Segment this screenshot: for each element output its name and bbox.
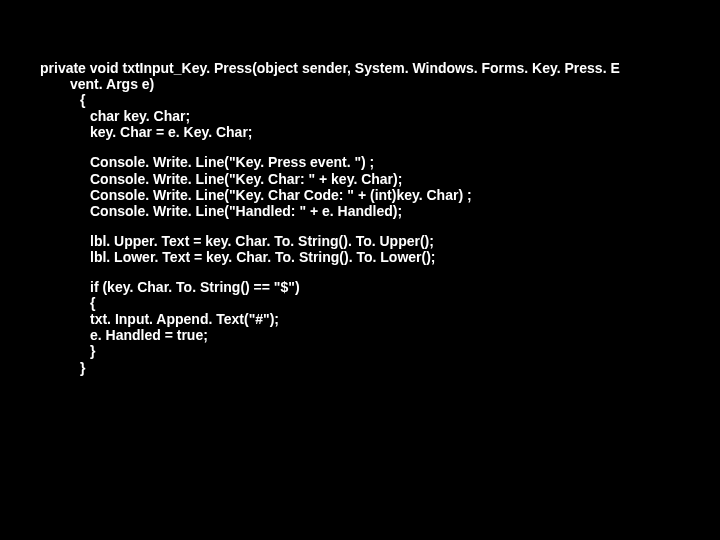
code-line: } [90, 343, 680, 359]
code-line: Console. Write. Line("Handled: " + e. Ha… [90, 203, 680, 219]
code-line: private void txtInput_Key. Press(object … [40, 60, 680, 76]
code-line: lbl. Lower. Text = key. Char. To. String… [90, 249, 680, 265]
code-line: } [80, 360, 680, 376]
code-line: key. Char = e. Key. Char; [90, 124, 680, 140]
code-line: vent. Args e) [70, 76, 680, 92]
code-line: Console. Write. Line("Key. Press event. … [90, 154, 680, 170]
code-slide: private void txtInput_Key. Press(object … [0, 0, 720, 416]
code-line: lbl. Upper. Text = key. Char. To. String… [90, 233, 680, 249]
code-line: { [80, 92, 680, 108]
code-line: e. Handled = true; [90, 327, 680, 343]
code-line: txt. Input. Append. Text("#"); [90, 311, 680, 327]
code-line: Console. Write. Line("Key. Char Code: " … [90, 187, 680, 203]
code-line: { [90, 295, 680, 311]
code-line: Console. Write. Line("Key. Char: " + key… [90, 171, 680, 187]
code-line: if (key. Char. To. String() == "$") [90, 279, 680, 295]
code-line: char key. Char; [90, 108, 680, 124]
